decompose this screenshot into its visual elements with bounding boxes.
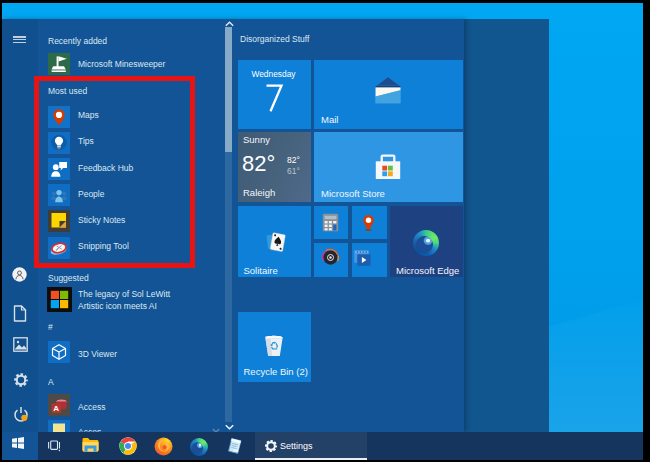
svg-text:A: A bbox=[53, 404, 59, 413]
